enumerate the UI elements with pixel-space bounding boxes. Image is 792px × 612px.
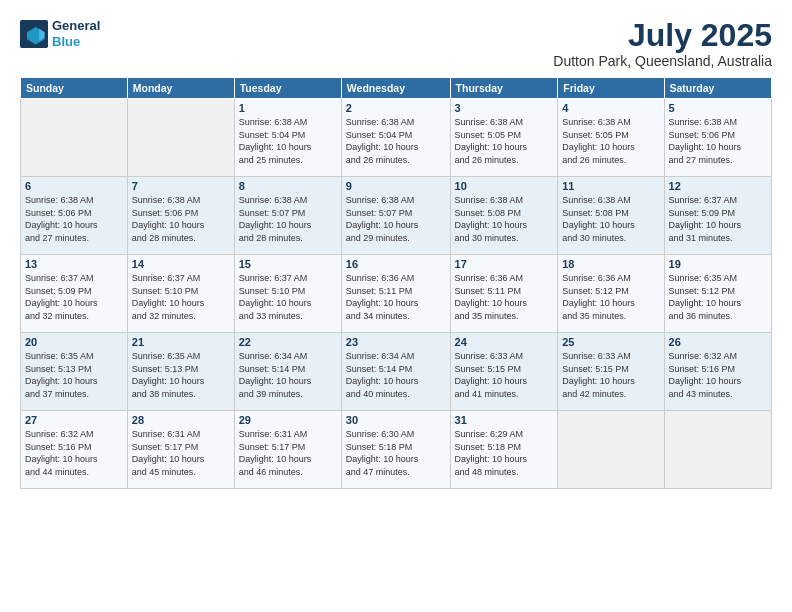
calendar-cell: 7Sunrise: 6:38 AM Sunset: 5:06 PM Daylig… (127, 177, 234, 255)
calendar-cell: 23Sunrise: 6:34 AM Sunset: 5:14 PM Dayli… (341, 333, 450, 411)
calendar-cell: 27Sunrise: 6:32 AM Sunset: 5:16 PM Dayli… (21, 411, 128, 489)
day-info: Sunrise: 6:38 AM Sunset: 5:05 PM Dayligh… (455, 116, 554, 166)
calendar-cell (21, 99, 128, 177)
day-number: 22 (239, 336, 337, 348)
logo: General Blue (20, 18, 100, 49)
calendar-cell: 11Sunrise: 6:38 AM Sunset: 5:08 PM Dayli… (558, 177, 664, 255)
day-number: 11 (562, 180, 659, 192)
calendar-cell: 3Sunrise: 6:38 AM Sunset: 5:05 PM Daylig… (450, 99, 558, 177)
calendar-cell: 12Sunrise: 6:37 AM Sunset: 5:09 PM Dayli… (664, 177, 771, 255)
day-info: Sunrise: 6:35 AM Sunset: 5:13 PM Dayligh… (25, 350, 123, 400)
day-info: Sunrise: 6:38 AM Sunset: 5:04 PM Dayligh… (239, 116, 337, 166)
day-info: Sunrise: 6:37 AM Sunset: 5:09 PM Dayligh… (669, 194, 767, 244)
calendar-cell (127, 99, 234, 177)
logo-icon (20, 20, 48, 48)
calendar-cell: 29Sunrise: 6:31 AM Sunset: 5:17 PM Dayli… (234, 411, 341, 489)
day-number: 9 (346, 180, 446, 192)
calendar-cell: 25Sunrise: 6:33 AM Sunset: 5:15 PM Dayli… (558, 333, 664, 411)
day-number: 10 (455, 180, 554, 192)
day-info: Sunrise: 6:33 AM Sunset: 5:15 PM Dayligh… (562, 350, 659, 400)
calendar-week-row: 1Sunrise: 6:38 AM Sunset: 5:04 PM Daylig… (21, 99, 772, 177)
calendar-cell: 16Sunrise: 6:36 AM Sunset: 5:11 PM Dayli… (341, 255, 450, 333)
day-info: Sunrise: 6:38 AM Sunset: 5:04 PM Dayligh… (346, 116, 446, 166)
calendar-cell: 8Sunrise: 6:38 AM Sunset: 5:07 PM Daylig… (234, 177, 341, 255)
calendar-cell (558, 411, 664, 489)
day-number: 12 (669, 180, 767, 192)
day-number: 4 (562, 102, 659, 114)
day-info: Sunrise: 6:38 AM Sunset: 5:07 PM Dayligh… (239, 194, 337, 244)
day-info: Sunrise: 6:29 AM Sunset: 5:18 PM Dayligh… (455, 428, 554, 478)
day-number: 13 (25, 258, 123, 270)
calendar-cell: 10Sunrise: 6:38 AM Sunset: 5:08 PM Dayli… (450, 177, 558, 255)
day-number: 24 (455, 336, 554, 348)
calendar-cell: 17Sunrise: 6:36 AM Sunset: 5:11 PM Dayli… (450, 255, 558, 333)
calendar-cell: 20Sunrise: 6:35 AM Sunset: 5:13 PM Dayli… (21, 333, 128, 411)
weekday-header: Monday (127, 78, 234, 99)
calendar-cell: 28Sunrise: 6:31 AM Sunset: 5:17 PM Dayli… (127, 411, 234, 489)
day-number: 8 (239, 180, 337, 192)
calendar: SundayMondayTuesdayWednesdayThursdayFrid… (20, 77, 772, 489)
calendar-cell: 14Sunrise: 6:37 AM Sunset: 5:10 PM Dayli… (127, 255, 234, 333)
weekday-header: Wednesday (341, 78, 450, 99)
day-number: 25 (562, 336, 659, 348)
day-number: 6 (25, 180, 123, 192)
day-info: Sunrise: 6:35 AM Sunset: 5:13 PM Dayligh… (132, 350, 230, 400)
day-info: Sunrise: 6:34 AM Sunset: 5:14 PM Dayligh… (346, 350, 446, 400)
weekday-header: Friday (558, 78, 664, 99)
calendar-header-row: SundayMondayTuesdayWednesdayThursdayFrid… (21, 78, 772, 99)
day-info: Sunrise: 6:38 AM Sunset: 5:05 PM Dayligh… (562, 116, 659, 166)
calendar-cell: 21Sunrise: 6:35 AM Sunset: 5:13 PM Dayli… (127, 333, 234, 411)
day-number: 30 (346, 414, 446, 426)
day-info: Sunrise: 6:37 AM Sunset: 5:10 PM Dayligh… (132, 272, 230, 322)
month-title: July 2025 (553, 18, 772, 53)
day-info: Sunrise: 6:38 AM Sunset: 5:06 PM Dayligh… (132, 194, 230, 244)
calendar-cell: 6Sunrise: 6:38 AM Sunset: 5:06 PM Daylig… (21, 177, 128, 255)
day-info: Sunrise: 6:32 AM Sunset: 5:16 PM Dayligh… (25, 428, 123, 478)
calendar-cell: 30Sunrise: 6:30 AM Sunset: 5:18 PM Dayli… (341, 411, 450, 489)
calendar-cell: 9Sunrise: 6:38 AM Sunset: 5:07 PM Daylig… (341, 177, 450, 255)
day-info: Sunrise: 6:37 AM Sunset: 5:10 PM Dayligh… (239, 272, 337, 322)
day-number: 3 (455, 102, 554, 114)
calendar-week-row: 20Sunrise: 6:35 AM Sunset: 5:13 PM Dayli… (21, 333, 772, 411)
day-info: Sunrise: 6:36 AM Sunset: 5:11 PM Dayligh… (346, 272, 446, 322)
day-info: Sunrise: 6:31 AM Sunset: 5:17 PM Dayligh… (239, 428, 337, 478)
day-info: Sunrise: 6:37 AM Sunset: 5:09 PM Dayligh… (25, 272, 123, 322)
calendar-cell: 24Sunrise: 6:33 AM Sunset: 5:15 PM Dayli… (450, 333, 558, 411)
day-number: 19 (669, 258, 767, 270)
day-number: 7 (132, 180, 230, 192)
day-info: Sunrise: 6:38 AM Sunset: 5:06 PM Dayligh… (25, 194, 123, 244)
calendar-cell: 1Sunrise: 6:38 AM Sunset: 5:04 PM Daylig… (234, 99, 341, 177)
day-info: Sunrise: 6:38 AM Sunset: 5:07 PM Dayligh… (346, 194, 446, 244)
day-number: 26 (669, 336, 767, 348)
calendar-cell: 5Sunrise: 6:38 AM Sunset: 5:06 PM Daylig… (664, 99, 771, 177)
calendar-cell: 13Sunrise: 6:37 AM Sunset: 5:09 PM Dayli… (21, 255, 128, 333)
calendar-cell: 22Sunrise: 6:34 AM Sunset: 5:14 PM Dayli… (234, 333, 341, 411)
calendar-week-row: 6Sunrise: 6:38 AM Sunset: 5:06 PM Daylig… (21, 177, 772, 255)
day-number: 23 (346, 336, 446, 348)
calendar-week-row: 13Sunrise: 6:37 AM Sunset: 5:09 PM Dayli… (21, 255, 772, 333)
header: General Blue July 2025 Dutton Park, Quee… (20, 18, 772, 69)
day-info: Sunrise: 6:36 AM Sunset: 5:11 PM Dayligh… (455, 272, 554, 322)
location-title: Dutton Park, Queensland, Australia (553, 53, 772, 69)
page: General Blue July 2025 Dutton Park, Quee… (0, 0, 792, 612)
day-number: 2 (346, 102, 446, 114)
calendar-week-row: 27Sunrise: 6:32 AM Sunset: 5:16 PM Dayli… (21, 411, 772, 489)
day-info: Sunrise: 6:31 AM Sunset: 5:17 PM Dayligh… (132, 428, 230, 478)
logo-text: General Blue (52, 18, 100, 49)
day-number: 29 (239, 414, 337, 426)
day-info: Sunrise: 6:36 AM Sunset: 5:12 PM Dayligh… (562, 272, 659, 322)
day-number: 14 (132, 258, 230, 270)
calendar-cell: 18Sunrise: 6:36 AM Sunset: 5:12 PM Dayli… (558, 255, 664, 333)
day-info: Sunrise: 6:38 AM Sunset: 5:06 PM Dayligh… (669, 116, 767, 166)
weekday-header: Thursday (450, 78, 558, 99)
weekday-header: Tuesday (234, 78, 341, 99)
day-info: Sunrise: 6:34 AM Sunset: 5:14 PM Dayligh… (239, 350, 337, 400)
calendar-cell (664, 411, 771, 489)
weekday-header: Sunday (21, 78, 128, 99)
day-info: Sunrise: 6:35 AM Sunset: 5:12 PM Dayligh… (669, 272, 767, 322)
day-number: 15 (239, 258, 337, 270)
day-number: 1 (239, 102, 337, 114)
day-number: 20 (25, 336, 123, 348)
calendar-cell: 2Sunrise: 6:38 AM Sunset: 5:04 PM Daylig… (341, 99, 450, 177)
day-number: 21 (132, 336, 230, 348)
